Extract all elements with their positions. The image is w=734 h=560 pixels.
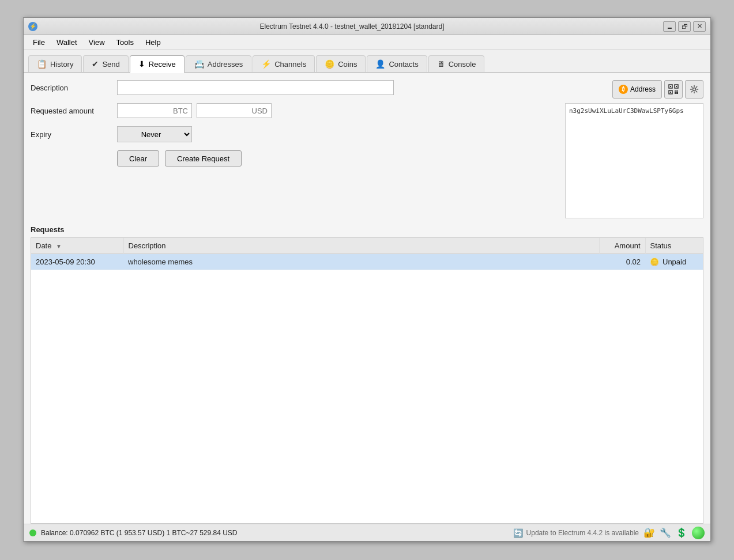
tab-addresses[interactable]: 📇 Addresses — [186, 55, 251, 72]
window-controls: 🗕 🗗 ✕ — [663, 21, 706, 32]
dollar-icon[interactable]: 💲 — [676, 527, 687, 538]
svg-rect-1 — [670, 86, 671, 87]
window-title: Electrum Testnet 4.4.0 - testnet_wallet_… — [41, 22, 663, 31]
connection-indicator — [29, 529, 36, 536]
cell-amount: 0.02 — [599, 254, 645, 270]
col-header-description[interactable]: Description — [123, 238, 599, 254]
tab-bar: 📋 History ✔ Send ⬇ Receive 📇 Addresses ⚡… — [24, 50, 710, 73]
address-display: n3g2sUwiXLuLaUrC3DWawLSPTy6Gps — [565, 103, 703, 218]
status-bar: Balance: 0.070962 BTC (1 953.57 USD) 1 B… — [24, 524, 710, 541]
addresses-icon: 📇 — [194, 59, 204, 69]
button-row: Clear Create Request — [117, 150, 558, 167]
history-icon: 📋 — [37, 59, 47, 69]
cell-description: wholesome memes — [123, 254, 599, 270]
address-panel: ₿ Address — [565, 80, 703, 218]
menu-tools[interactable]: Tools — [111, 37, 140, 48]
btc-amount-input[interactable] — [117, 103, 192, 118]
tab-receive-label: Receive — [149, 60, 176, 69]
maximize-button[interactable]: 🗗 — [678, 21, 691, 32]
coins-icon: 🪙 — [325, 59, 334, 69]
lock-icon[interactable]: 🔐 — [643, 527, 655, 538]
update-text: Update to Electrum 4.4.2 is available — [526, 529, 639, 537]
status-icon: 🪙 — [650, 258, 659, 266]
menu-view[interactable]: View — [83, 37, 111, 48]
tools-icon[interactable]: 🔧 — [660, 527, 671, 538]
channels-icon: ⚡ — [261, 59, 271, 69]
contacts-icon: 👤 — [375, 59, 385, 69]
address-button[interactable]: ₿ Address — [612, 80, 662, 99]
status-cell: 🪙Unpaid — [650, 258, 698, 266]
tab-coins[interactable]: 🪙 Coins — [316, 55, 366, 72]
update-notice: 🔄 Update to Electrum 4.4.2 is available — [513, 528, 639, 538]
tab-send-label: Send — [102, 60, 119, 69]
requested-amount-row: Requested amount — [31, 103, 558, 118]
description-label: Description — [31, 84, 117, 92]
minimize-button[interactable]: 🗕 — [663, 21, 676, 32]
balance-text: Balance: 0.070962 BTC (1 953.57 USD) 1 B… — [41, 529, 509, 537]
col-header-amount[interactable]: Amount — [599, 238, 645, 254]
cell-status: 🪙Unpaid — [645, 254, 703, 270]
receive-icon: ⬇ — [138, 59, 145, 69]
menu-help[interactable]: Help — [140, 37, 167, 48]
btc-icon: ₿ — [619, 85, 628, 94]
form-panel: Description Requested amount Expiry Neve… — [31, 80, 558, 218]
create-request-button[interactable]: Create Request — [165, 150, 242, 167]
svg-rect-5 — [670, 92, 671, 93]
tab-console-label: Console — [449, 60, 476, 69]
col-header-date[interactable]: Date ▼ — [31, 238, 123, 254]
tab-receive[interactable]: ⬇ Receive — [130, 55, 185, 73]
description-input[interactable] — [117, 80, 394, 95]
update-icon: 🔄 — [513, 528, 523, 538]
usd-amount-input[interactable] — [197, 103, 272, 118]
amount-inputs — [117, 103, 272, 118]
table-row[interactable]: 2023-05-09 20:30wholesome memes0.02🪙Unpa… — [31, 254, 703, 270]
tab-history-label: History — [50, 60, 73, 69]
menu-file[interactable]: File — [27, 37, 51, 48]
send-icon: ✔ — [92, 59, 99, 69]
tab-contacts-label: Contacts — [389, 60, 418, 69]
qr-icon — [668, 84, 679, 94]
status-icons: 🔐 🔧 💲 — [643, 527, 705, 539]
network-status-indicator[interactable] — [692, 527, 705, 539]
top-section: Description Requested amount Expiry Neve… — [31, 80, 703, 218]
menu-wallet[interactable]: Wallet — [51, 37, 83, 48]
requests-section: Requests Date ▼ Description — [31, 225, 703, 524]
settings-button[interactable] — [685, 80, 703, 99]
tab-contacts[interactable]: 👤 Contacts — [367, 55, 427, 72]
table-header-row: Date ▼ Description Amount Status — [31, 238, 703, 254]
tab-console[interactable]: 🖥 Console — [428, 55, 485, 72]
cell-date: 2023-05-09 20:30 — [31, 254, 123, 270]
tab-channels-label: Channels — [274, 60, 306, 69]
qr-code-button[interactable] — [664, 80, 683, 99]
tab-addresses-label: Addresses — [208, 60, 243, 69]
expiry-select[interactable]: Never — [117, 126, 192, 142]
settings-icon — [690, 85, 699, 94]
menu-bar: File Wallet View Tools Help — [24, 35, 710, 50]
status-text: Unpaid — [663, 258, 686, 266]
requests-table: Date ▼ Description Amount Status — [31, 238, 703, 270]
col-header-status[interactable]: Status — [645, 238, 703, 254]
sort-arrow-date: ▼ — [56, 243, 62, 249]
expiry-label: Expiry — [31, 130, 117, 139]
tab-channels[interactable]: ⚡ Channels — [253, 55, 315, 72]
requests-table-container[interactable]: Date ▼ Description Amount Status — [31, 237, 703, 524]
tab-history[interactable]: 📋 History — [28, 55, 82, 72]
console-icon: 🖥 — [437, 59, 445, 69]
requested-amount-label: Requested amount — [31, 107, 117, 115]
description-row: Description — [31, 80, 558, 95]
content-area: Description Requested amount Expiry Neve… — [24, 73, 710, 524]
address-toolbar: ₿ Address — [565, 80, 703, 99]
svg-rect-7 — [676, 90, 678, 92]
title-bar: ⚡ Electrum Testnet 4.4.0 - testnet_walle… — [24, 18, 710, 35]
svg-rect-8 — [675, 92, 676, 94]
svg-rect-9 — [676, 92, 678, 94]
close-button[interactable]: ✕ — [693, 21, 706, 32]
address-btn-label: Address — [630, 85, 656, 93]
tab-send[interactable]: ✔ Send — [83, 55, 128, 72]
clear-button[interactable]: Clear — [117, 150, 159, 167]
svg-point-10 — [693, 88, 696, 91]
requests-title: Requests — [31, 225, 703, 234]
svg-rect-3 — [676, 86, 677, 87]
tab-coins-label: Coins — [338, 60, 357, 69]
app-icon: ⚡ — [28, 22, 37, 31]
